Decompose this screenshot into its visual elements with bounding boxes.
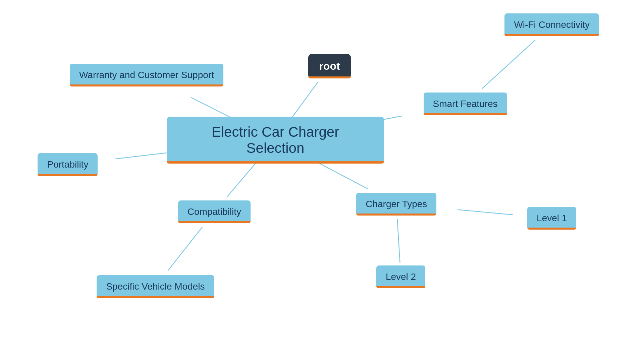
specific-vehicle-label: Specific Vehicle Models [97, 275, 214, 298]
root-label: root [308, 54, 351, 78]
svg-line-2 [115, 153, 166, 159]
specific-vehicle-node[interactable]: Specific Vehicle Models [69, 270, 242, 302]
charger-types-node[interactable]: Charger Types [335, 189, 458, 219]
compatibility-node[interactable]: Compatibility [158, 196, 271, 227]
portability-label: Portability [38, 153, 98, 176]
warranty-node[interactable]: Warranty and Customer Support [58, 53, 235, 98]
svg-line-6 [482, 40, 535, 89]
root-node[interactable]: root [299, 51, 361, 82]
charger-types-label: Charger Types [356, 193, 436, 216]
level1-node[interactable]: Level 1 [513, 204, 591, 233]
center-label: Electric Car Charger Selection [167, 117, 384, 164]
compatibility-label: Compatibility [178, 200, 251, 223]
svg-line-8 [458, 209, 513, 215]
center-node[interactable]: Electric Car Charger Selection [167, 123, 384, 158]
portability-node[interactable]: Portability [20, 150, 116, 179]
level2-label: Level 2 [376, 265, 425, 288]
smart-features-node[interactable]: Smart Features [402, 89, 528, 119]
wifi-connectivity-label: Wi-Fi Connectivity [504, 13, 599, 36]
wifi-connectivity-node[interactable]: Wi-Fi Connectivity [477, 10, 626, 40]
svg-line-4 [168, 227, 202, 270]
warranty-label: Warranty and Customer Support [70, 64, 223, 86]
smart-features-label: Smart Features [424, 93, 507, 115]
svg-line-9 [397, 219, 400, 263]
level1-label: Level 1 [527, 207, 576, 230]
level2-node[interactable]: Level 2 [362, 263, 440, 291]
